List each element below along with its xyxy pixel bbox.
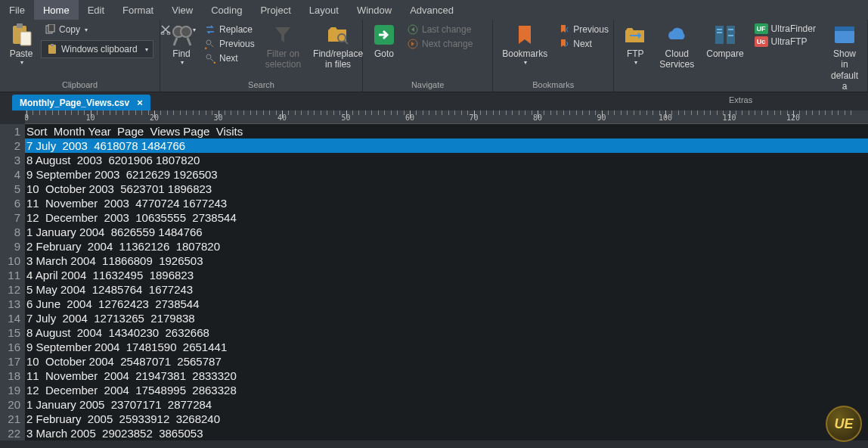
copy-button[interactable]: Copy▾ (41, 23, 153, 36)
code-line[interactable]: 12 December 2004 17548995 2863328 (25, 383, 868, 397)
code-line[interactable]: 8 August 2004 14340230 2632668 (25, 325, 868, 340)
filter-button[interactable]: Filter on selection (261, 21, 305, 72)
line-number: 5 (3, 182, 20, 196)
app-window-icon (832, 23, 857, 47)
file-tab[interactable]: Monthly_Page_Views.csv × (12, 95, 150, 110)
line-number: 16 (3, 340, 20, 354)
line-number: 21 (3, 412, 20, 426)
code-line[interactable]: Sort Month Year Page Views Page Visits (25, 124, 868, 138)
replace-button[interactable]: Replace (201, 23, 258, 36)
ftp-button[interactable]: FTP ▾ (618, 21, 652, 68)
bm-previous-button[interactable]: Previous (555, 23, 612, 36)
line-number: 1 (3, 124, 20, 138)
code-line[interactable]: 12 December 2003 10635555 2738544 (25, 210, 868, 225)
code-line[interactable]: 7 July 2004 12713265 2179838 (25, 311, 868, 325)
code-line[interactable]: 11 November 2004 21947381 2833320 (25, 369, 868, 383)
arrow-left-circle-icon (407, 23, 419, 36)
menu-advanced[interactable]: Advanced (401, 0, 463, 20)
code-line[interactable]: 8 August 2003 6201906 1807820 (25, 153, 868, 167)
line-number: 2 (3, 138, 20, 153)
replace-icon (204, 23, 216, 36)
ruler: 0102030405060708090100110120 (25, 110, 868, 124)
bm-next-button[interactable]: Next (555, 37, 612, 51)
find-replace-files-button[interactable]: Find/replace in files (308, 21, 367, 72)
code-line[interactable]: 7 July 2003 4618078 1484766 (25, 138, 868, 153)
windows-clipboard-button[interactable]: Windows clipboard ▾ (41, 40, 153, 58)
code-line[interactable]: 2 February 2004 11362126 1807820 (25, 239, 868, 254)
menu-edit[interactable]: Edit (79, 0, 113, 20)
menu-project[interactable]: Project (251, 0, 299, 20)
group-label-bookmarks: Bookmarks (498, 79, 609, 92)
filter-icon (271, 23, 295, 47)
menu-home[interactable]: Home (34, 0, 79, 20)
svg-rect-2 (20, 32, 31, 45)
code-line[interactable]: 4 April 2004 11632495 1896823 (25, 268, 868, 282)
code-line[interactable]: 2 February 2005 25933912 3268240 (25, 412, 868, 426)
code-line[interactable]: 11 November 2003 4770724 1677243 (25, 196, 868, 210)
code-line[interactable]: 6 June 2004 12762423 2738544 (25, 297, 868, 311)
code-line[interactable]: 1 January 2005 23707171 2877284 (25, 397, 868, 412)
line-number: 13 (3, 297, 20, 311)
line-number: 9 (3, 239, 20, 254)
code-line[interactable]: 10 October 2003 5623701 1896823 (25, 182, 868, 196)
logo-badge: UE (826, 406, 862, 442)
group-label-search: Search (165, 79, 358, 92)
goto-icon (372, 23, 396, 47)
menu-window[interactable]: Window (348, 0, 401, 20)
line-number: 12 (3, 282, 20, 297)
find-icon (169, 23, 194, 47)
last-change-button[interactable]: Last change (404, 23, 476, 36)
bookmark-next-icon (558, 38, 570, 50)
code-line[interactable]: 9 September 2004 17481590 2651441 (25, 340, 868, 354)
line-number: 20 (3, 397, 20, 412)
line-number: 11 (3, 268, 20, 282)
copy-icon (44, 23, 56, 36)
chevron-down-icon: ▾ (20, 59, 23, 67)
line-number: 3 (3, 153, 20, 167)
code-line[interactable]: 1 January 2004 8626559 1484766 (25, 225, 868, 239)
code-line[interactable]: 10 October 2004 25487071 2565787 (25, 354, 868, 369)
compare-icon (713, 23, 737, 47)
svg-point-10 (181, 26, 191, 37)
menu-file[interactable]: File (0, 0, 34, 20)
ribbon-group-clipboard: Paste ▾ Copy▾ Windows clipboard ▾ Cut▾ (0, 20, 160, 92)
cloud-services-button[interactable]: Cloud Services (655, 21, 699, 72)
svg-rect-6 (51, 44, 54, 46)
menu-format[interactable]: Format (113, 0, 163, 20)
ultrafinder-button[interactable]: UFUltraFinder (752, 23, 819, 35)
menu-layout[interactable]: Layout (300, 0, 348, 20)
previous-button[interactable]: Previous (201, 37, 258, 51)
goto-button[interactable]: Goto (367, 21, 401, 61)
ultraftp-button[interactable]: UcUltraFTP (752, 36, 819, 48)
bookmark-prev-icon (558, 23, 570, 36)
line-number-gutter: 12345678910111213141516171819202122 (0, 124, 25, 440)
menu-coding[interactable]: Coding (202, 0, 251, 20)
paste-icon (9, 23, 33, 47)
show-in-default-button[interactable]: Show in default a (826, 21, 863, 94)
ribbon-group-navigate: Goto Last change Next change Navigate (363, 20, 493, 92)
code-line[interactable]: 3 March 2004 11866809 1926503 (25, 254, 868, 268)
menubar: FileHomeEditFormatViewCodingProjectLayou… (0, 0, 868, 20)
next-icon (204, 52, 216, 64)
paste-button[interactable]: Paste ▾ (5, 21, 38, 68)
code-line[interactable]: 5 May 2004 12485764 1677243 (25, 282, 868, 297)
bookmarks-button[interactable]: Bookmarks ▾ (498, 21, 552, 68)
clipboard-icon (46, 43, 58, 55)
line-number: 7 (3, 210, 20, 225)
close-icon[interactable]: × (137, 97, 143, 108)
line-number: 19 (3, 383, 20, 397)
compare-button[interactable]: Compare (702, 21, 748, 61)
editor[interactable]: 12345678910111213141516171819202122 Sort… (0, 124, 868, 440)
file-tab-label: Monthly_Page_Views.csv (20, 98, 129, 108)
find-button[interactable]: Find ▾ (165, 21, 198, 68)
code-line[interactable]: 3 March 2005 29023852 3865053 (25, 426, 868, 440)
next-button[interactable]: Next (201, 51, 258, 65)
svg-rect-4 (48, 24, 54, 32)
next-change-button[interactable]: Next change (404, 37, 476, 51)
svg-point-12 (206, 54, 211, 59)
code-line[interactable]: 9 September 2003 6212629 1926503 (25, 167, 868, 182)
code-area[interactable]: Sort Month Year Page Views Page Visits7 … (25, 124, 868, 440)
menu-view[interactable]: View (163, 0, 202, 20)
arrow-right-circle-icon (407, 38, 419, 50)
ribbon-group-bookmarks: Bookmarks ▾ Previous Next Bookmarks (493, 20, 614, 92)
